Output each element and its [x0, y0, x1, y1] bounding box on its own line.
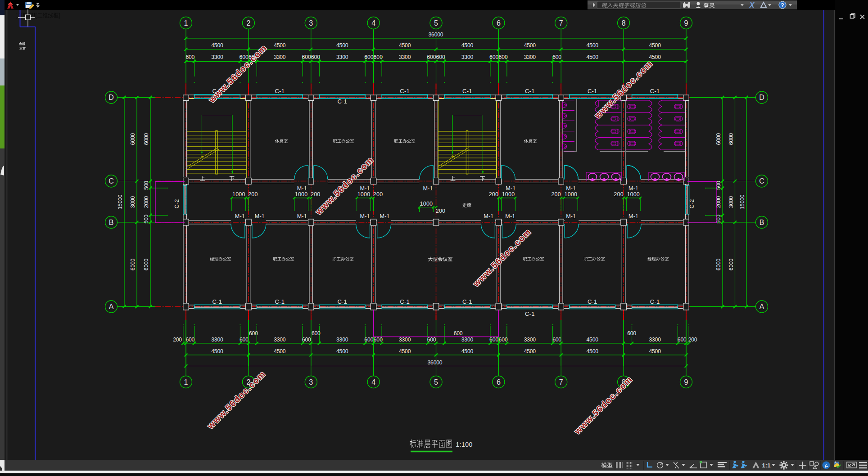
svg-text:6000: 6000: [143, 258, 149, 270]
svg-text:1:100: 1:100: [456, 441, 473, 448]
svg-text:1000: 1000: [565, 191, 578, 198]
svg-text:3300: 3300: [211, 54, 223, 60]
svg-text:M-1: M-1: [297, 185, 307, 192]
svg-text:D: D: [759, 94, 764, 101]
svg-text:M-1: M-1: [484, 213, 493, 220]
svg-text:500: 500: [715, 215, 722, 224]
svg-text:1000: 1000: [502, 191, 515, 198]
svg-text:200: 200: [436, 208, 445, 214]
svg-text:4500: 4500: [274, 42, 286, 49]
svg-text:9: 9: [684, 19, 688, 27]
svg-text:X: X: [749, 1, 755, 9]
svg-text:200: 200: [489, 191, 498, 198]
svg-text:6000: 6000: [130, 258, 136, 270]
svg-text:36000: 36000: [429, 31, 443, 38]
svg-text:4500: 4500: [587, 42, 599, 49]
svg-text:C-1: C-1: [650, 298, 660, 305]
svg-text:C-1: C-1: [588, 298, 597, 305]
svg-text:2000: 2000: [143, 196, 149, 208]
svg-text:M-1: M-1: [628, 213, 638, 220]
svg-text:3300: 3300: [399, 337, 411, 343]
svg-text:200: 200: [248, 191, 258, 198]
svg-text:5: 5: [434, 19, 438, 27]
svg-text:C-1: C-1: [462, 298, 472, 305]
svg-text:4500: 4500: [649, 348, 661, 355]
svg-text:4500: 4500: [461, 348, 474, 355]
svg-text:5: 5: [434, 378, 438, 386]
svg-text:1000: 1000: [232, 191, 245, 198]
svg-text:7: 7: [559, 378, 563, 386]
svg-text:4500: 4500: [399, 348, 411, 355]
svg-text:4500: 4500: [524, 42, 536, 49]
svg-text:15000: 15000: [117, 194, 123, 209]
svg-text:M-1: M-1: [255, 213, 265, 220]
svg-text:M-1: M-1: [566, 213, 576, 220]
svg-text:3300: 3300: [274, 54, 286, 60]
svg-text:600: 600: [312, 330, 321, 337]
svg-text:600: 600: [552, 337, 561, 343]
svg-text:3300: 3300: [336, 54, 348, 60]
svg-text:600: 600: [240, 337, 249, 343]
svg-text:7: 7: [559, 19, 563, 27]
svg-text:3300: 3300: [461, 54, 474, 60]
svg-text:600600: 600600: [489, 54, 508, 60]
svg-text:1: 1: [184, 19, 188, 27]
svg-text:600: 600: [427, 337, 436, 343]
svg-text:600: 600: [552, 54, 561, 60]
svg-text:3300: 3300: [211, 337, 223, 343]
svg-text:C-2: C-2: [689, 199, 695, 209]
svg-text:2000: 2000: [715, 196, 722, 208]
svg-text:M-1: M-1: [380, 213, 390, 220]
svg-text:C-1: C-1: [462, 88, 472, 94]
svg-text:4: 4: [371, 378, 375, 386]
svg-text:1000: 1000: [295, 191, 308, 198]
svg-text:C-1: C-1: [525, 88, 535, 94]
svg-text:600600: 600600: [364, 54, 383, 60]
svg-text:600600: 600600: [427, 54, 445, 60]
svg-text:A: A: [760, 303, 764, 310]
svg-text:4500: 4500: [587, 54, 599, 60]
svg-text:3: 3: [309, 19, 313, 27]
svg-text:200: 200: [614, 191, 623, 198]
svg-text:6000: 6000: [130, 133, 136, 145]
svg-text:36000: 36000: [428, 359, 443, 366]
svg-text:4: 4: [371, 19, 375, 27]
svg-text:200: 200: [173, 337, 182, 343]
svg-text:3300: 3300: [399, 54, 411, 60]
svg-text:4500: 4500: [336, 42, 348, 49]
svg-text:?: ?: [781, 2, 784, 9]
svg-text:4500: 4500: [649, 42, 661, 49]
svg-text:6: 6: [497, 378, 501, 386]
svg-text:500: 500: [143, 215, 149, 224]
svg-text:3300: 3300: [461, 337, 474, 343]
svg-text:9: 9: [684, 378, 688, 386]
svg-text:15000: 15000: [739, 194, 746, 209]
svg-text:2: 2: [246, 19, 250, 27]
svg-text:6000: 6000: [728, 258, 734, 270]
svg-text:200: 200: [311, 191, 320, 198]
svg-text:600: 600: [302, 337, 311, 343]
svg-text:4500: 4500: [461, 42, 474, 49]
svg-text:C: C: [108, 177, 114, 185]
svg-text:4500: 4500: [524, 348, 536, 355]
svg-text:8: 8: [622, 19, 626, 27]
svg-text:500: 500: [143, 181, 149, 190]
svg-text:3000: 3000: [728, 196, 734, 208]
svg-text:4500: 4500: [336, 348, 348, 355]
svg-text:600: 600: [185, 337, 194, 343]
svg-text:500: 500: [715, 181, 722, 190]
svg-text:M-1: M-1: [505, 213, 515, 220]
svg-text:6000: 6000: [715, 258, 722, 270]
svg-text:200: 200: [688, 337, 697, 343]
svg-text:M-1: M-1: [628, 185, 638, 192]
svg-text:B: B: [760, 219, 764, 226]
svg-text:600: 600: [678, 337, 687, 343]
svg-text:1000: 1000: [627, 191, 640, 198]
svg-text:C-1: C-1: [650, 88, 660, 94]
svg-text:C-1: C-1: [400, 88, 410, 94]
svg-text:6000: 6000: [728, 133, 734, 145]
svg-text:1000: 1000: [420, 201, 433, 207]
svg-text:200: 200: [551, 191, 561, 198]
svg-text:3000: 3000: [130, 196, 136, 208]
svg-text:D: D: [108, 94, 114, 101]
